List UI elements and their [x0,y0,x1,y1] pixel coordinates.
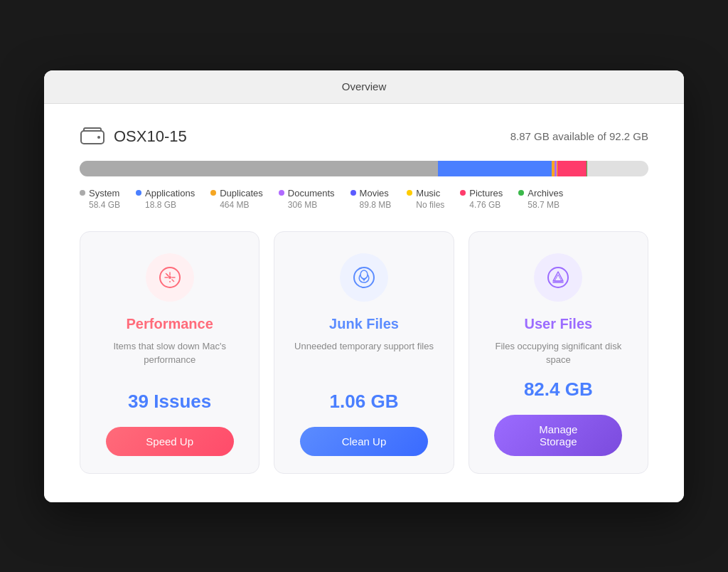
legend-item-documents: Documents 306 MB [279,188,335,210]
legend-value: 89.8 MB [350,200,392,210]
legend-name: Movies [360,188,389,198]
titlebar: Overview [44,70,684,104]
legend-name: Documents [288,188,335,198]
legend-item-system: System 58.4 GB [80,188,120,210]
card-button-junk[interactable]: Clean Up [300,427,428,456]
legend-item-applications: Applications 18.8 GB [136,188,195,210]
svg-point-3 [168,276,171,279]
svg-point-7 [548,268,568,287]
card-desc-user-files: Files occupying significant disk space [486,339,631,367]
card-button-user-files[interactable]: Manage Storage [494,415,622,456]
disk-space-info: 8.87 GB available of 92.2 GB [510,130,648,142]
card-icon-performance [146,253,194,302]
legend-dot [350,190,356,196]
card-button-performance[interactable]: Speed Up [106,427,234,456]
legend-value: 306 MB [279,200,335,210]
bar-segment-pictures [557,161,587,176]
legend-item-duplicates: Duplicates 464 MB [210,188,263,210]
legend-item-music: Music No files [407,188,444,210]
card-junk: Junk Files Unneeded temporary support fi… [274,231,454,474]
disk-name-row: OSX10-15 [80,125,187,148]
card-user-files: User Files Files occupying significant d… [469,231,648,474]
disk-name: OSX10-15 [114,127,187,146]
card-desc-junk: Unneeded temporary support files [294,339,434,379]
svg-point-1 [97,136,100,139]
legend-dot [460,190,466,196]
card-performance: Performance Items that slow down Mac's p… [80,231,259,474]
storage-legend: System 58.4 GB Applications 18.8 GB Dupl… [80,188,648,210]
card-title-user-files: User Files [525,316,593,332]
legend-dot [210,190,216,196]
legend-dot [279,190,284,196]
legend-value: 18.8 GB [136,200,195,210]
legend-value: 58.4 GB [80,200,120,210]
svg-point-6 [360,270,368,279]
legend-item-movies: Movies 89.8 MB [350,188,392,210]
card-value-performance: 39 Issues [128,391,211,413]
svg-point-4 [169,281,171,282]
svg-marker-8 [553,272,563,281]
bar-segment-applications [438,161,552,176]
card-value-junk: 1.06 GB [330,391,399,413]
legend-name: Archives [528,188,563,198]
window-title: Overview [342,80,387,92]
legend-value: No files [407,200,444,210]
legend-dot [407,190,412,196]
disk-header: OSX10-15 8.87 GB available of 92.2 GB [80,125,648,148]
legend-value: 464 MB [210,200,263,210]
main-window: Overview OSX10-15 8.87 GB available of 9… [44,70,684,502]
legend-dot [80,190,85,196]
drive-icon [80,125,105,148]
bar-segment-system [80,161,438,176]
card-icon-junk [340,253,388,302]
content-area: OSX10-15 8.87 GB available of 92.2 GB Sy… [44,104,684,502]
card-title-performance: Performance [127,316,213,332]
legend-value: 4.76 GB [460,200,503,210]
card-desc-performance: Items that slow down Mac's performance [97,339,242,379]
legend-dot [518,190,524,196]
feature-cards: Performance Items that slow down Mac's p… [80,231,648,474]
legend-name: Pictures [469,188,503,198]
legend-value: 58.7 MB [518,200,563,210]
card-title-junk: Junk Files [329,316,399,332]
legend-item-pictures: Pictures 4.76 GB [460,188,503,210]
legend-name: System [89,188,119,198]
card-value-user-files: 82.4 GB [524,378,593,401]
storage-bar [80,161,648,176]
legend-name: Music [416,188,440,198]
legend-name: Duplicates [220,188,263,198]
legend-item-archives: Archives 58.7 MB [518,188,563,210]
svg-rect-0 [81,131,104,144]
legend-dot [136,190,141,196]
card-icon-user-files [534,253,582,302]
legend-name: Applications [145,188,195,198]
